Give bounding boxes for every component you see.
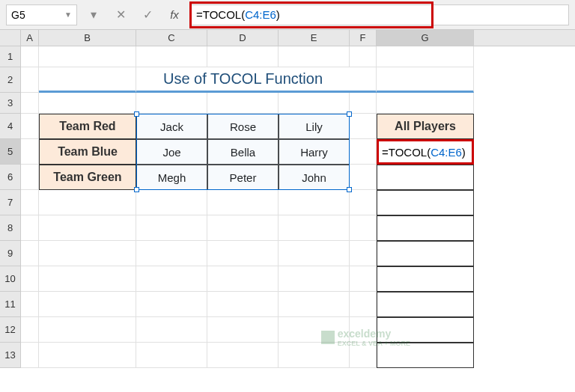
cell[interactable]	[39, 343, 136, 368]
enter-icon[interactable]: ✓	[137, 4, 158, 25]
output-cell[interactable]	[377, 165, 474, 190]
team-header[interactable]: Team Red	[39, 114, 136, 139]
cell[interactable]	[350, 241, 377, 266]
row-header[interactable]: 8	[0, 215, 21, 241]
cell[interactable]	[39, 190, 136, 215]
team-header[interactable]: Team Green	[39, 165, 136, 190]
chevron-down-icon[interactable]: ▼	[64, 10, 72, 19]
cell[interactable]	[279, 46, 350, 67]
cell[interactable]	[21, 190, 39, 215]
output-cell[interactable]	[377, 241, 474, 266]
cell[interactable]	[21, 241, 39, 266]
cell[interactable]	[136, 266, 207, 292]
fx-icon[interactable]: fx	[164, 4, 185, 25]
cell[interactable]	[350, 215, 377, 241]
cell[interactable]	[39, 241, 136, 266]
row-header[interactable]: 1	[0, 46, 21, 67]
cell[interactable]	[377, 93, 474, 114]
col-header[interactable]: E	[279, 30, 350, 46]
data-cell[interactable]: Lily	[279, 114, 350, 139]
active-cell-editing[interactable]: =TOCOL(C4:E6)	[377, 139, 474, 165]
title-cell[interactable]: Use of TOCOL Function	[136, 67, 350, 93]
cell[interactable]	[207, 317, 279, 343]
cell[interactable]	[207, 215, 279, 241]
row-header[interactable]: 12	[0, 317, 21, 343]
cell[interactable]	[39, 215, 136, 241]
row-header[interactable]: 7	[0, 190, 21, 215]
cell[interactable]	[279, 241, 350, 266]
data-cell[interactable]: Megh	[136, 165, 207, 190]
col-header[interactable]: F	[350, 30, 377, 46]
cell[interactable]	[21, 67, 39, 93]
cell[interactable]	[350, 139, 377, 165]
row-header[interactable]: 3	[0, 93, 21, 114]
cell[interactable]	[21, 343, 39, 368]
data-cell[interactable]: Bella	[207, 139, 279, 165]
cell[interactable]	[136, 343, 207, 368]
data-cell[interactable]: Jack	[136, 114, 207, 139]
cell[interactable]	[377, 46, 474, 67]
cell[interactable]	[39, 67, 136, 93]
cell[interactable]	[21, 46, 39, 67]
col-header[interactable]: G	[377, 30, 474, 46]
cell[interactable]	[350, 266, 377, 292]
cell[interactable]	[21, 139, 39, 165]
cell[interactable]	[39, 317, 136, 343]
data-cell[interactable]: Peter	[207, 165, 279, 190]
row-header[interactable]: 5	[0, 139, 21, 165]
cell[interactable]	[21, 93, 39, 114]
row-header[interactable]: 4	[0, 114, 21, 139]
cell[interactable]	[279, 190, 350, 215]
cell[interactable]	[350, 93, 377, 114]
cell[interactable]	[136, 215, 207, 241]
cell[interactable]	[136, 292, 207, 317]
cell[interactable]	[21, 114, 39, 139]
cell[interactable]	[350, 114, 377, 139]
cell[interactable]	[207, 266, 279, 292]
select-all-triangle[interactable]	[0, 30, 21, 46]
cell[interactable]	[207, 292, 279, 317]
cell[interactable]	[21, 165, 39, 190]
cancel-icon[interactable]: ✕	[110, 4, 131, 25]
row-header[interactable]: 6	[0, 165, 21, 190]
data-cell[interactable]: Joe	[136, 139, 207, 165]
cell[interactable]	[207, 343, 279, 368]
output-cell[interactable]	[377, 190, 474, 215]
cell[interactable]	[39, 46, 136, 67]
cell[interactable]	[207, 241, 279, 266]
cell[interactable]	[279, 93, 350, 114]
cell[interactable]	[207, 190, 279, 215]
cell[interactable]	[21, 266, 39, 292]
name-box[interactable]: G5 ▼	[6, 4, 77, 25]
cell[interactable]	[350, 292, 377, 317]
cell[interactable]	[21, 317, 39, 343]
data-cell[interactable]: Harry	[279, 139, 350, 165]
output-cell[interactable]	[377, 292, 474, 317]
cell[interactable]	[207, 46, 279, 67]
team-header[interactable]: Team Blue	[39, 139, 136, 165]
cell[interactable]	[136, 241, 207, 266]
row-header[interactable]: 9	[0, 241, 21, 266]
row-header[interactable]: 2	[0, 67, 21, 93]
cell[interactable]	[136, 46, 207, 67]
col-header[interactable]: B	[39, 30, 136, 46]
cell[interactable]	[350, 165, 377, 190]
cell[interactable]	[39, 93, 136, 114]
output-cell[interactable]	[377, 266, 474, 292]
col-header[interactable]: A	[21, 30, 39, 46]
row-header[interactable]: 11	[0, 292, 21, 317]
cell[interactable]	[279, 266, 350, 292]
col-header[interactable]: D	[207, 30, 279, 46]
cell[interactable]	[377, 67, 474, 93]
output-cell[interactable]	[377, 215, 474, 241]
cell[interactable]	[136, 93, 207, 114]
allplayers-header[interactable]: All Players	[377, 114, 474, 139]
cell[interactable]	[21, 215, 39, 241]
cell[interactable]	[136, 190, 207, 215]
cell[interactable]	[350, 46, 377, 67]
col-header[interactable]: C	[136, 30, 207, 46]
cell[interactable]	[350, 190, 377, 215]
cell[interactable]	[279, 215, 350, 241]
cell[interactable]	[136, 317, 207, 343]
cell[interactable]	[350, 67, 377, 93]
